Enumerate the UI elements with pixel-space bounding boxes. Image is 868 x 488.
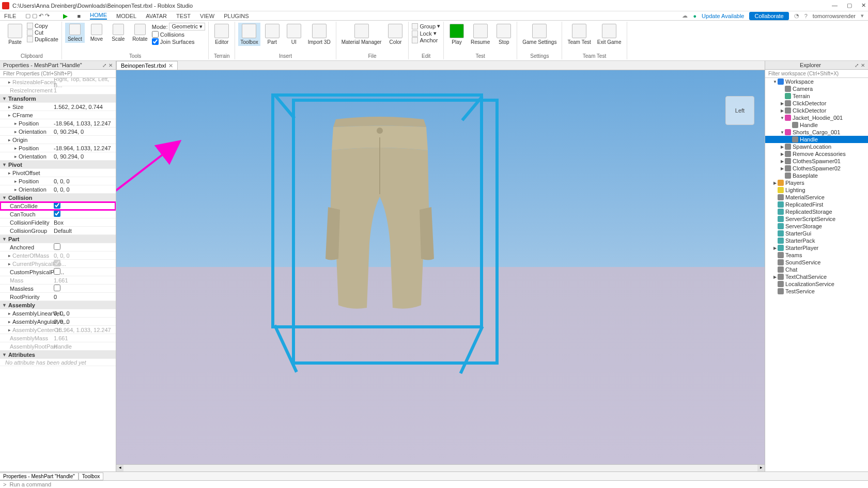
tree-item-terrain[interactable]: Terrain bbox=[765, 92, 868, 100]
join-surfaces-checkbox[interactable]: Join Surfaces bbox=[152, 38, 205, 45]
team-test-button[interactable]: Team Test bbox=[565, 23, 593, 46]
tree-item-teams[interactable]: Teams bbox=[765, 251, 868, 259]
prop-row-assemblymass[interactable]: AssemblyMass1.661 bbox=[0, 334, 116, 342]
bottom-tab-toolbox[interactable]: Toolbox bbox=[79, 473, 103, 480]
tree-item-soundservice[interactable]: SoundService bbox=[765, 259, 868, 266]
game-settings-button[interactable]: Game Settings bbox=[520, 23, 559, 46]
ui-button[interactable]: UI bbox=[284, 23, 304, 46]
prop-row-resizeincrement[interactable]: ResizeIncrement1 bbox=[0, 86, 116, 95]
prop-row-size[interactable]: ▸Size1.562, 2.042, 0.744 bbox=[0, 103, 116, 111]
scale-tool[interactable]: Scale bbox=[109, 23, 128, 43]
prop-row-cancollide[interactable]: CanCollide bbox=[0, 202, 116, 210]
copy-button[interactable]: Copy bbox=[27, 23, 58, 29]
prop-row-customphysicalpro-[interactable]: CustomPhysicalPro... bbox=[0, 268, 116, 276]
tree-item-clickdetector[interactable]: ▶ClickDetector bbox=[765, 107, 868, 114]
notif-icon[interactable]: ◔ bbox=[794, 12, 799, 19]
explorer-close-icon[interactable]: ✕ bbox=[861, 62, 865, 68]
prop-row-position[interactable]: ▸Position0, 0, 0 bbox=[0, 177, 116, 185]
qat-play-icon[interactable]: ▶ bbox=[63, 12, 68, 20]
resume-button[interactable]: Resume bbox=[469, 23, 492, 46]
explorer-undock-icon[interactable]: ⤢ bbox=[855, 62, 859, 68]
maximize-button[interactable]: ▢ bbox=[847, 2, 852, 9]
tree-item-jacket-hoodie-001[interactable]: ▼Jacket_Hoodie_001 bbox=[765, 114, 868, 121]
prop-row-origin[interactable]: ▸Origin bbox=[0, 136, 116, 144]
bottom-tab-properties[interactable]: Properties - MeshPart "Handle" bbox=[0, 473, 79, 480]
props-undock-icon[interactable]: ⤢ bbox=[102, 62, 106, 68]
prop-row-cantouch[interactable]: CanTouch bbox=[0, 210, 116, 218]
tree-item-clothesspawner01[interactable]: ▶ClothesSpawner01 bbox=[765, 158, 868, 165]
viewport-3d[interactable]: Left YZ bbox=[116, 70, 765, 464]
viewport-hscroll[interactable]: ◂▸ bbox=[116, 464, 765, 471]
tree-item-workspace[interactable]: ▼Workspace bbox=[765, 78, 868, 85]
prop-row-cframe[interactable]: ▸CFrame bbox=[0, 111, 116, 119]
cut-button[interactable]: Cut bbox=[27, 29, 58, 36]
menu-avatar[interactable]: AVATAR bbox=[146, 13, 167, 19]
tree-item-replicatedstorage[interactable]: ReplicatedStorage bbox=[765, 208, 868, 215]
play-button[interactable]: Play bbox=[447, 23, 467, 46]
tree-item-startergui[interactable]: StarterGui bbox=[765, 230, 868, 237]
prop-section-header[interactable]: ▼Pivot bbox=[0, 161, 116, 169]
user-menu-caret-icon[interactable]: ▾ bbox=[861, 12, 864, 19]
prop-row-collisionfidelity[interactable]: CollisionFidelityBox bbox=[0, 218, 116, 227]
prop-section-header[interactable]: ▼Transform bbox=[0, 95, 116, 103]
material-manager-button[interactable]: Material Manager bbox=[339, 23, 384, 46]
tree-item-shorts-cargo-001[interactable]: ▼Shorts_Cargo_001 bbox=[765, 129, 868, 136]
update-link[interactable]: Update Available bbox=[702, 13, 744, 19]
prop-row-position[interactable]: ▸Position-18.964, 1.033, 12.247 bbox=[0, 119, 116, 128]
prop-section-header[interactable]: ▼Attributes bbox=[0, 351, 116, 359]
qat-stop-icon[interactable]: ■ bbox=[77, 13, 81, 19]
mode-dropdown[interactable]: Geometric ▾ bbox=[169, 23, 205, 30]
tree-item-players[interactable]: ▶Players bbox=[765, 179, 868, 186]
menu-test[interactable]: TEST bbox=[176, 13, 191, 19]
tree-item-remove-accessories[interactable]: ▶Remove Accessories bbox=[765, 150, 868, 158]
close-button[interactable]: ✕ bbox=[861, 2, 866, 9]
menu-home[interactable]: HOME bbox=[90, 12, 107, 20]
tree-item-starterplayer[interactable]: ▶StarterPlayer bbox=[765, 244, 868, 251]
properties-filter[interactable]: Filter Properties (Ctrl+Shift+P) bbox=[0, 70, 116, 78]
help-icon[interactable]: ? bbox=[804, 13, 808, 19]
prop-row-pivotoffset[interactable]: ▸PivotOffset bbox=[0, 169, 116, 177]
prop-section-header[interactable]: ▼Part bbox=[0, 235, 116, 243]
prop-row-position[interactable]: ▸Position-18.964, 1.033, 12.247 bbox=[0, 144, 116, 152]
tree-item-clickdetector[interactable]: ▶ClickDetector bbox=[765, 100, 868, 107]
select-tool[interactable]: Select bbox=[65, 23, 85, 43]
qat-icons[interactable]: ▢ ▢ ↶ ↷ bbox=[25, 12, 50, 19]
anchor-button[interactable]: Anchor bbox=[412, 37, 440, 43]
exit-game-button[interactable]: Exit Game bbox=[595, 23, 624, 46]
prop-row-centerofmass[interactable]: ▸CenterOfMass0, 0, 0 bbox=[0, 251, 116, 260]
prop-row-mass[interactable]: Mass1.661 bbox=[0, 276, 116, 285]
prop-row-rootpriority[interactable]: RootPriority0 bbox=[0, 293, 116, 301]
tree-item-textchatservice[interactable]: ▶TextChatService bbox=[765, 273, 868, 280]
tree-item-serverscriptservice[interactable]: ServerScriptService bbox=[765, 215, 868, 223]
prop-row-anchored[interactable]: Anchored bbox=[0, 243, 116, 251]
toolbox-button[interactable]: Toolbox bbox=[238, 23, 260, 46]
group-button[interactable]: Group ▾ bbox=[412, 23, 440, 29]
tree-item-handle[interactable]: Handle bbox=[765, 121, 868, 129]
prop-section-header[interactable]: ▼Collision bbox=[0, 194, 116, 202]
stop-button[interactable]: Stop bbox=[494, 23, 514, 46]
tree-item-replicatedfirst[interactable]: ReplicatedFirst bbox=[765, 201, 868, 208]
tab-file[interactable]: BeinopenTest.rbxl✕ bbox=[116, 61, 178, 70]
tree-item-localizationservice[interactable]: LocalizationService bbox=[765, 280, 868, 288]
tree-item-spawnlocation[interactable]: ▶SpawnLocation bbox=[765, 143, 868, 150]
minimize-button[interactable]: — bbox=[832, 2, 838, 9]
prop-section-header[interactable]: ▼Assembly bbox=[0, 301, 116, 309]
prop-row-assemblylinearvel-[interactable]: ▸AssemblyLinearVel...0, 0, 0 bbox=[0, 309, 116, 318]
collaborate-button[interactable]: Collaborate bbox=[749, 12, 788, 20]
prop-row-assemblyrootpart[interactable]: AssemblyRootPartHandle bbox=[0, 342, 116, 351]
props-close-icon[interactable]: ✕ bbox=[109, 62, 113, 68]
tab-close-icon[interactable]: ✕ bbox=[168, 62, 173, 69]
menu-file[interactable]: FILE bbox=[4, 13, 16, 19]
terrain-editor-button[interactable]: Editor bbox=[212, 23, 231, 46]
menu-view[interactable]: VIEW bbox=[200, 13, 214, 19]
tree-item-baseplate[interactable]: Baseplate bbox=[765, 172, 868, 179]
collisions-checkbox[interactable]: Collisions bbox=[152, 31, 205, 38]
prop-row-orientation[interactable]: ▸Orientation0, 0, 0 bbox=[0, 185, 116, 194]
duplicate-button[interactable]: Duplicate bbox=[27, 36, 58, 42]
tree-item-serverstorage[interactable]: ServerStorage bbox=[765, 223, 868, 230]
prop-row-orientation[interactable]: ▸Orientation0, 90.294, 0 bbox=[0, 128, 116, 136]
prop-row-collisiongroup[interactable]: CollisionGroupDefault bbox=[0, 227, 116, 235]
paste-button[interactable]: Paste bbox=[5, 23, 25, 46]
orientation-gizmo[interactable]: Left bbox=[725, 96, 754, 125]
move-tool[interactable]: Move bbox=[87, 23, 106, 43]
